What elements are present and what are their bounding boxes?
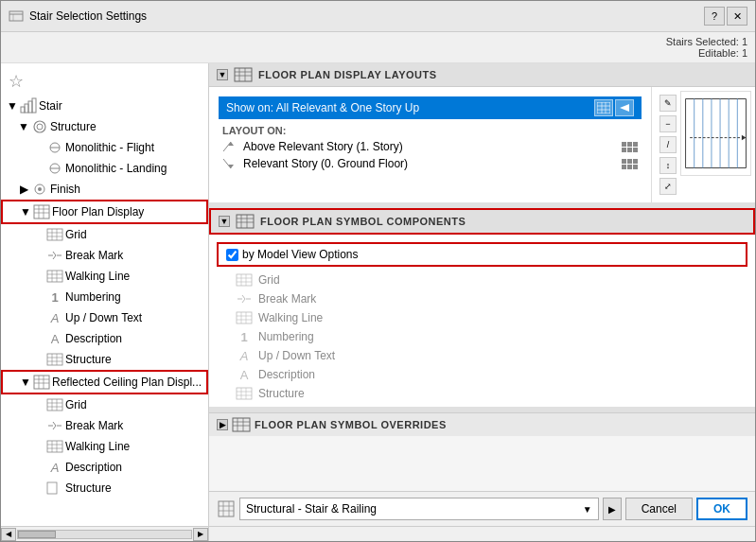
tree-item-rcp-breakmark[interactable]: ▶ Break Mark [1, 415, 208, 436]
layouts-section: ▼ FLOOR PLAN DISPLAY LAYOUTS [209, 63, 755, 202]
symbol-components-collapse[interactable]: ▼ [219, 216, 230, 227]
layouts-panels: Show on: All Relevant & One Story Up [209, 87, 651, 202]
rcp-description-label: Description [65, 461, 122, 474]
scroll-left-btn[interactable]: ◀ [1, 528, 16, 541]
tree-item-monolithic-landing[interactable]: ▶ Monolithic - Landing [1, 158, 208, 179]
main-area: ☆ ▼ Stair ▼ [1, 63, 755, 526]
layout-option-relevant[interactable]: Relevant Story (0. Ground Floor) [215, 155, 645, 172]
help-button[interactable]: ? [704, 7, 725, 26]
scroll-right-btn[interactable]: ▶ [193, 528, 208, 541]
model-view-options-row[interactable]: by Model View Options [217, 242, 747, 267]
preview-area: ✎ − / ↕ ⤢ [651, 87, 755, 202]
svg-rect-54 [47, 482, 57, 494]
selected-layout-row[interactable]: Show on: All Relevant & One Story Up [219, 96, 642, 119]
tree-item-fpd-breakmark[interactable]: ▶ Break Mark [1, 245, 208, 266]
layout-option-above[interactable]: Above Relevant Story (1. Story) [215, 138, 645, 155]
preview-btn-1[interactable]: ✎ [659, 95, 677, 112]
rcp-struct-icon [46, 480, 63, 497]
model-view-checkbox[interactable] [226, 249, 238, 261]
fpd-description-label: Description [65, 332, 122, 345]
svg-line-66 [223, 142, 231, 151]
rcp-grid-icon [46, 396, 63, 413]
preview-btn-3[interactable]: / [659, 136, 677, 153]
tree-item-fpd-updowntext[interactable]: ▶ A Up / Down Text [1, 307, 208, 328]
expand-fpd[interactable]: ▼ [18, 204, 33, 219]
floor-plan-icon [33, 203, 50, 220]
tree-item-rcp-description[interactable]: ▶ A Description [1, 457, 208, 478]
fpd-grid-label: Grid [65, 228, 87, 241]
svg-rect-0 [9, 11, 23, 21]
sidebar-scrollbar: ◀ ▶ [1, 526, 755, 541]
expand-finish[interactable]: ▶ [16, 182, 31, 197]
preview-btn-5[interactable]: ⤢ [659, 178, 677, 195]
symbol-desc-label: Description [258, 368, 315, 381]
layouts-collapse-btn[interactable]: ▼ [217, 69, 228, 80]
symbol-numbering-icon: 1 [236, 329, 253, 344]
tree-item-fpd-numbering[interactable]: ▶ 1 Numbering [1, 287, 208, 307]
landing-icon [46, 160, 63, 177]
svg-point-7 [34, 121, 45, 132]
stair-label: Stair [39, 99, 62, 113]
layouts-content: Show on: All Relevant & One Story Up [209, 87, 755, 202]
symbol-sub-updown: A Up / Down Text [213, 346, 751, 365]
expand-rcp[interactable]: ▼ [18, 375, 33, 390]
tree-item-fpd-structure[interactable]: ▶ Structure [1, 349, 208, 370]
hscroll-track [17, 530, 192, 539]
svg-rect-87 [237, 274, 252, 286]
symbol-components-header: ▼ FLOOR PLAN SYMBOL COMPONENTS [209, 208, 755, 235]
svg-rect-37 [34, 376, 49, 389]
stair-icon [20, 97, 37, 114]
footer: Structural - Stair & Railing ▼ ▶ Cancel … [209, 491, 755, 526]
layout-icon-btn-2[interactable] [615, 99, 634, 116]
structure-label: Structure [50, 120, 97, 133]
svg-rect-60 [597, 102, 610, 114]
fpd-updowntext-label: Up / Down Text [65, 311, 142, 324]
footer-dropdown[interactable]: Structural - Stair & Railing ▼ [239, 498, 599, 520]
symbol-struct-icon [236, 386, 253, 401]
layout-icon-btn-1[interactable] [594, 99, 613, 116]
svg-rect-82 [237, 215, 254, 228]
tree-item-fpd-description[interactable]: ▶ A Description [1, 328, 208, 349]
overrides-collapse[interactable]: ▶ [217, 419, 228, 430]
tree-item-fpd-walkingline[interactable]: ▶ Walking Line [1, 266, 208, 287]
svg-rect-42 [47, 399, 62, 411]
tree-item-structure[interactable]: ▼ Structure [1, 116, 208, 137]
overrides-section-icon [232, 417, 251, 432]
finish-label: Finish [50, 183, 80, 196]
expand-structure[interactable]: ▼ [16, 119, 31, 134]
tree-item-finish[interactable]: ▶ Finish [1, 179, 208, 200]
above-story-end-icon [622, 142, 638, 152]
tree-item-rcp-structure[interactable]: ▶ Structure [1, 478, 208, 498]
layouts-section-title: FLOOR PLAN DISPLAY LAYOUTS [258, 69, 437, 80]
overrides-title: FLOOR PLAN SYMBOL OVERRIDES [255, 419, 447, 430]
rcp-structure-label: Structure [65, 481, 112, 495]
tree-item-rcp-walkingline[interactable]: ▶ Walking Line [1, 436, 208, 457]
expand-stair[interactable]: ▼ [5, 98, 20, 114]
svg-marker-65 [620, 104, 629, 112]
preview-btn-4[interactable]: ↕ [659, 157, 677, 174]
cancel-button[interactable]: Cancel [625, 498, 693, 520]
close-button[interactable]: ✕ [727, 7, 747, 26]
tree-item-floor-plan-display[interactable]: ▼ Floor Plan Display [1, 200, 208, 224]
top-bar: Stairs Selected: 1 Editable: 1 [1, 32, 755, 63]
ok-button[interactable]: OK [696, 498, 747, 520]
preview-btn-2[interactable]: − [659, 115, 677, 132]
symbol-desc-icon: A [236, 367, 253, 382]
tree-item-monolithic-flight[interactable]: ▶ Monolithic - Flight [1, 137, 208, 158]
svg-rect-94 [237, 312, 252, 323]
fpd-breakmark-label: Break Mark [65, 249, 123, 262]
tree-item-fpd-grid[interactable]: ▶ Grid [1, 224, 208, 245]
fpd-walkingline-label: Walking Line [65, 270, 130, 283]
stats-info: Stairs Selected: 1 Editable: 1 [666, 36, 747, 59]
star-icon[interactable]: ☆ [9, 71, 24, 92]
above-story-icon [222, 140, 239, 153]
tree-item-rcp-grid[interactable]: ▶ Grid [1, 394, 208, 415]
tree-item-stair[interactable]: ▼ Stair [1, 96, 208, 116]
numbering-icon: 1 [46, 288, 63, 306]
svg-rect-99 [237, 388, 252, 399]
footer-dropdown-arrow: ▼ [583, 504, 592, 515]
rcp-walkingline-label: Walking Line [65, 440, 130, 453]
footer-arrow-btn[interactable]: ▶ [603, 498, 622, 520]
tree-item-reflected-ceiling[interactable]: ▼ Reflected Ceiling Plan Displ... [1, 370, 208, 394]
hscroll-thumb[interactable] [18, 531, 56, 538]
